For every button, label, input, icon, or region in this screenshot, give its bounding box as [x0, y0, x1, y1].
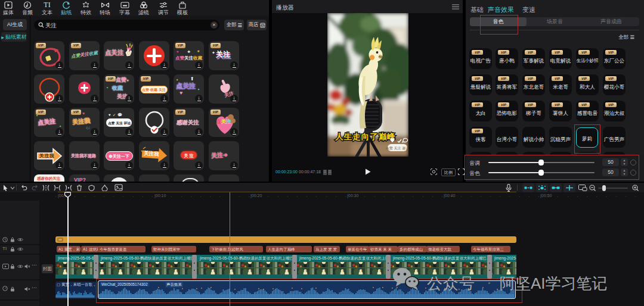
svg-text:人生走向了巅峰: 人生走向了巅峰: [335, 132, 396, 141]
svg-text:点赞 关注 谢谢: 点赞 关注 谢谢: [386, 146, 408, 150]
